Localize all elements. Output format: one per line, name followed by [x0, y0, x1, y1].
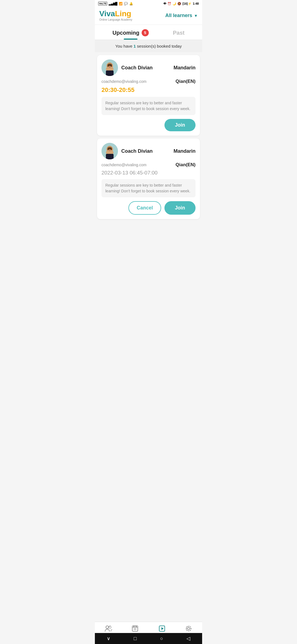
logo-text: VivaLing — [99, 10, 132, 18]
logo-viva: Viva — [99, 9, 115, 18]
logo: VivaLing Online Language Academy — [99, 10, 132, 21]
status-bar: VoLTE ▂▄▆█ 📶 💬 🔔 👁 ⏰ 🌙 🔕 [16]⚡ 1:48 — [95, 0, 202, 7]
avatar-image-1 — [101, 59, 118, 76]
tab-upcoming-label: Upcoming — [112, 30, 139, 36]
battery-indicator: [16]⚡ — [182, 2, 192, 6]
wifi-icon: 📶 — [119, 2, 123, 6]
svg-point-9 — [109, 67, 111, 68]
svg-point-17 — [108, 149, 109, 150]
session-card-1: Coach Divian Mandarin coachdemo@vivaling… — [97, 55, 200, 136]
logo-ling: Ling — [115, 9, 131, 18]
messenger-icon: 🔔 — [129, 2, 133, 6]
signal-icon: ▂▄▆█ — [109, 2, 117, 6]
main-content: You have 1 session(s) booked today — [95, 40, 202, 258]
status-left: VoLTE ▂▄▆█ 📶 💬 🔔 — [98, 2, 133, 6]
session-time-1: 20:30-20:55 — [101, 86, 196, 94]
logo-subtitle: Online Language Academy — [99, 18, 132, 21]
svg-point-18 — [111, 149, 112, 150]
banner-prefix: You have — [115, 44, 133, 48]
svg-point-8 — [111, 66, 112, 67]
time-display: 1:48 — [193, 2, 199, 5]
moon-icon: 🌙 — [172, 2, 176, 6]
cancel-button-2[interactable]: Cancel — [128, 201, 161, 215]
reminder-2: Regular sessions are key to better and f… — [101, 179, 196, 197]
session-count-banner: You have 1 session(s) booked today — [95, 40, 202, 52]
avatar-2 — [101, 143, 118, 159]
banner-count: 1 — [134, 44, 136, 48]
card-2-header: Coach Divian Mandarin — [101, 143, 196, 159]
bell-mute-icon: 🔕 — [177, 2, 181, 6]
upcoming-badge: 5 — [142, 29, 149, 36]
card-2-row-email: coachdemo@vivaling.com Qian(EN) — [101, 162, 196, 168]
coach-name-1: Coach Divian — [121, 65, 153, 71]
banner-suffix: session(s) booked today — [136, 44, 182, 48]
learner-name-1: Qian(EN) — [175, 79, 196, 84]
card-1-header-left: Coach Divian — [101, 59, 153, 76]
eye-icon: 👁 — [163, 2, 166, 5]
wechat-icon: 💬 — [124, 2, 128, 6]
card-1-row-email: coachdemo@vivaling.com Qian(EN) — [101, 79, 196, 84]
card-1-actions: Join — [101, 119, 196, 131]
card-2-actions: Cancel Join — [101, 201, 196, 215]
coach-name-2: Coach Divian — [121, 148, 153, 154]
chevron-down-icon: ▼ — [194, 13, 198, 18]
svg-point-19 — [109, 150, 111, 151]
learner-selector-label: All learners — [165, 13, 192, 18]
session-tabs: Upcoming 5 Past — [95, 25, 202, 40]
alarm-icon: ⏰ — [167, 2, 171, 6]
app-header: VivaLing Online Language Academy All lea… — [95, 7, 202, 25]
svg-rect-5 — [106, 70, 114, 76]
svg-point-7 — [108, 66, 109, 67]
tab-upcoming[interactable]: Upcoming 5 — [104, 25, 157, 40]
join-button-1[interactable]: Join — [164, 119, 196, 131]
card-1-header: Coach Divian Mandarin — [101, 59, 196, 76]
tab-past[interactable]: Past — [165, 25, 193, 40]
avatar-image-2 — [101, 143, 118, 159]
language-1: Mandarin — [174, 65, 196, 71]
email-2: coachdemo@vivaling.com — [101, 163, 147, 167]
session-datetime-2: 2022-03-13 06:45-07:00 — [101, 170, 196, 176]
svg-rect-15 — [106, 154, 114, 159]
learner-name-2: Qian(EN) — [175, 162, 196, 168]
learner-selector[interactable]: All learners ▼ — [165, 13, 198, 18]
reminder-1: Regular sessions are key to better and f… — [101, 97, 196, 115]
language-2: Mandarin — [174, 148, 196, 154]
volte-indicator: VoLTE — [98, 2, 107, 6]
tab-past-label: Past — [173, 30, 185, 36]
join-button-2[interactable]: Join — [164, 201, 196, 215]
email-1: coachdemo@vivaling.com — [101, 79, 147, 84]
card-2-header-left: Coach Divian — [101, 143, 153, 159]
session-card-2: Coach Divian Mandarin coachdemo@vivaling… — [97, 138, 200, 219]
status-right: 👁 ⏰ 🌙 🔕 [16]⚡ 1:48 — [163, 2, 199, 6]
avatar-1 — [101, 59, 118, 76]
